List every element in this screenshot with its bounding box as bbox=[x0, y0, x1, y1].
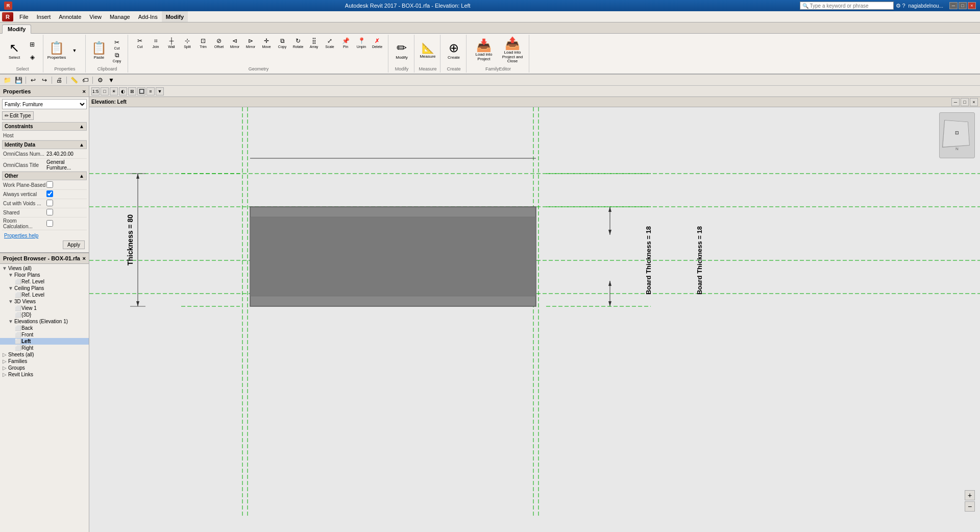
select-opt-1[interactable]: ⊞ bbox=[24, 38, 40, 51]
toolbar-icon-1[interactable]: ⚙ bbox=[896, 3, 901, 9]
pb-elevation-left[interactable]: ⬜ Left bbox=[0, 338, 89, 345]
create-button[interactable]: ⊕ Create bbox=[445, 37, 463, 64]
menu-item-addins[interactable]: Add-Ins bbox=[134, 11, 162, 22]
qa-tag-button[interactable]: 🏷 bbox=[80, 76, 90, 85]
toolbar-icon-2[interactable]: ? bbox=[902, 3, 905, 9]
pb-floor-plans[interactable]: ▼ Floor Plans bbox=[0, 272, 89, 278]
array-button[interactable]: ⣿Array bbox=[306, 37, 322, 49]
properties-panel-button[interactable]: 📋 Properties bbox=[47, 37, 66, 64]
tab-modify[interactable]: Modify bbox=[2, 25, 31, 34]
pb-elevation-front[interactable]: ⬜ Front bbox=[0, 331, 89, 338]
view-maximize-button[interactable]: □ bbox=[961, 98, 969, 106]
split-button[interactable]: ⊹Split bbox=[180, 37, 195, 49]
zoom-in-button[interactable]: + bbox=[965, 490, 975, 500]
apply-button[interactable]: Apply bbox=[63, 240, 85, 249]
edit-type-button[interactable]: ✏ Edit Type bbox=[2, 111, 34, 120]
always-vertical-checkbox[interactable] bbox=[46, 190, 53, 197]
mirror1-button[interactable]: ⊲Mirror bbox=[227, 37, 242, 49]
canvas-sun-button[interactable]: ☀ bbox=[110, 87, 118, 95]
pin-button[interactable]: 📌Pin bbox=[338, 37, 353, 49]
delete-button[interactable]: ✗Delete bbox=[370, 37, 385, 49]
qa-redo-button[interactable]: ↪ bbox=[39, 76, 50, 85]
pb-ceiling-ref-level[interactable]: ⬜ Ref. Level bbox=[0, 292, 89, 298]
scale-button[interactable]: ⤢Scale bbox=[322, 37, 337, 49]
cut-voids-checkbox[interactable] bbox=[46, 200, 53, 206]
menu-item-modify[interactable]: Modify bbox=[162, 11, 188, 22]
identity-data-section-header[interactable]: Identity Data ▲ bbox=[2, 140, 87, 149]
pb-sheets[interactable]: ▷ Sheets (all) bbox=[0, 351, 89, 358]
pb-elevations[interactable]: ▼ Elevations (Elevation 1) bbox=[0, 318, 89, 325]
canvas-visual-style-button[interactable]: □ bbox=[101, 87, 109, 95]
cut-button[interactable]: ✂Cut bbox=[109, 38, 125, 51]
canvas-shadow-button[interactable]: ◐ bbox=[119, 87, 127, 95]
wall-joins-button[interactable]: ┼Wall bbox=[164, 37, 179, 49]
pb-ceiling-plans[interactable]: ▼ Ceiling Plans bbox=[0, 285, 89, 292]
pb-elevation-back[interactable]: ⬜ Back bbox=[0, 325, 89, 331]
qa-undo-button[interactable]: ↩ bbox=[28, 76, 38, 85]
pb-families[interactable]: ▷ Families bbox=[0, 358, 89, 365]
left-panel: Properties × Family: Furniture ✏ Edit Ty… bbox=[0, 86, 89, 532]
pb-3d-views[interactable]: ▼ 3D Views bbox=[0, 298, 89, 305]
trim-button[interactable]: ⊡Trim bbox=[195, 37, 211, 49]
pb-revit-links[interactable]: ▷ Revit Links bbox=[0, 371, 89, 378]
qa-settings-button[interactable]: ⚙ bbox=[95, 76, 105, 85]
menu-item-view[interactable]: View bbox=[85, 11, 106, 22]
menu-item-file[interactable]: File bbox=[15, 11, 33, 22]
app-menu-button[interactable]: R bbox=[2, 12, 13, 21]
measure-button[interactable]: 📐 Measure bbox=[419, 37, 437, 64]
properties-close-icon[interactable]: × bbox=[83, 88, 86, 94]
pb-views-all[interactable]: ▼ Views (all) bbox=[0, 265, 89, 272]
rotate-button[interactable]: ↻Rotate bbox=[290, 37, 306, 49]
join-button[interactable]: ⌗Join bbox=[148, 37, 163, 49]
view-restore-button[interactable]: ─ bbox=[951, 98, 960, 106]
copy-button[interactable]: ⧉Copy bbox=[109, 51, 125, 63]
project-browser-close-icon[interactable]: × bbox=[83, 255, 86, 261]
move-button[interactable]: ✛Move bbox=[259, 37, 274, 49]
qa-dropdown-button[interactable]: ▼ bbox=[106, 76, 116, 85]
navigation-cube[interactable]: ⊡ N bbox=[939, 112, 975, 158]
canvas-render-button[interactable]: 🔲 bbox=[137, 87, 145, 95]
qa-measure-button[interactable]: 📏 bbox=[69, 76, 79, 85]
canvas-more-button[interactable]: ▼ bbox=[156, 87, 164, 95]
shared-checkbox[interactable] bbox=[46, 209, 53, 215]
menu-item-manage[interactable]: Manage bbox=[106, 11, 134, 22]
pb-groups[interactable]: ▷ Groups bbox=[0, 365, 89, 371]
drawing-canvas[interactable]: Elevation: Left ─ □ × bbox=[89, 97, 980, 532]
load-into-project-button[interactable]: 📥 Load into Project bbox=[471, 37, 497, 64]
select-opt-2[interactable]: ◈ bbox=[24, 51, 40, 63]
pb-3d-view[interactable]: ⬜ {3D} bbox=[0, 311, 89, 318]
copy-geom-button[interactable]: ⧉Copy bbox=[275, 37, 290, 49]
cut-geom-button[interactable]: ✂Cut bbox=[132, 37, 148, 49]
select-button[interactable]: ↖ Select bbox=[5, 37, 23, 64]
menu-item-insert[interactable]: Insert bbox=[33, 11, 55, 22]
zoom-out-button[interactable]: − bbox=[965, 501, 975, 512]
pb-floor-ref-level[interactable]: ⬜ Ref. Level bbox=[0, 278, 89, 285]
properties-help-link[interactable]: Properties help bbox=[4, 233, 38, 238]
type-selector[interactable]: ▼ bbox=[67, 44, 82, 57]
menu-item-annotate[interactable]: Annotate bbox=[55, 11, 85, 22]
qa-print-button[interactable]: 🖨 bbox=[54, 76, 64, 85]
paste-button[interactable]: 📋 Paste bbox=[90, 37, 108, 64]
offset-button[interactable]: ⊘Offset bbox=[211, 37, 227, 49]
constraints-section-header[interactable]: Constraints ▲ bbox=[2, 122, 87, 131]
mirror2-button[interactable]: ⊳Mirror bbox=[243, 37, 258, 49]
view-close-button[interactable]: × bbox=[970, 98, 978, 106]
load-into-project-close-button[interactable]: 📤 Load into Project and Close bbox=[499, 37, 526, 64]
work-plane-checkbox[interactable] bbox=[46, 181, 53, 188]
family-type-selector[interactable]: Family: Furniture bbox=[2, 99, 87, 109]
unpin-button[interactable]: 📍Unpin bbox=[354, 37, 369, 49]
close-button[interactable]: × bbox=[968, 2, 976, 9]
minimize-button[interactable]: ─ bbox=[949, 2, 958, 9]
search-input[interactable] bbox=[810, 2, 891, 9]
pb-elevation-right[interactable]: ⬜ Right bbox=[0, 345, 89, 351]
qa-open-button[interactable]: 📁 bbox=[2, 76, 12, 85]
pb-view1[interactable]: ⬜ View 1 bbox=[0, 305, 89, 311]
canvas-detail-button[interactable]: ≡ bbox=[146, 87, 155, 95]
maximize-button[interactable]: □ bbox=[959, 2, 967, 9]
canvas-crop-button[interactable]: ⊠ bbox=[128, 87, 136, 95]
other-section-header[interactable]: Other ▲ bbox=[2, 172, 87, 180]
qa-save-button[interactable]: 💾 bbox=[13, 76, 23, 85]
room-calc-checkbox[interactable] bbox=[46, 220, 53, 227]
canvas-scale-button[interactable]: 1:5 bbox=[91, 87, 100, 95]
modify-button[interactable]: ✏ Modify bbox=[393, 37, 411, 64]
